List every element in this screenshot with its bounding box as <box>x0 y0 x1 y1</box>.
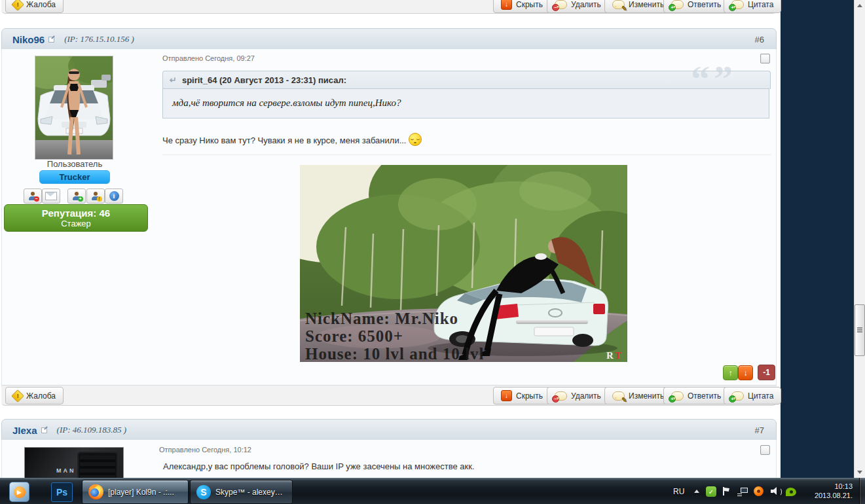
post2-timestamp: Отправлено Сегодня, 10:12 <box>159 446 251 454</box>
show-hidden-icons-button[interactable] <box>694 490 699 493</box>
post2-select-checkbox[interactable] <box>760 445 770 455</box>
quote-label: Цитата <box>748 0 773 9</box>
scrollbar-thumb[interactable] <box>855 304 865 356</box>
quote-button-top[interactable]: + Цитата <box>724 0 781 13</box>
reply-bubble-icon: + <box>671 0 684 9</box>
post1-author: Niko96 <box>12 34 45 45</box>
post1-number: #6 <box>755 35 764 45</box>
post1-message: Че сразу Нико вам тут? Чуваки я не в кур… <box>162 133 422 146</box>
post1-header: Niko96 (IP: 176.15.10.156 ) #6 <box>1 28 777 50</box>
skype-tray-icon[interactable]: ✓ <box>706 486 716 497</box>
report-button-top[interactable]: ! Жалоба <box>5 0 64 13</box>
post1-footer-strip: ! Жалоба ↓ Скрыть − Удалить ✎ Изменить +… <box>1 385 777 406</box>
add-friend-button[interactable]: + <box>67 189 86 204</box>
plus-icon: + <box>669 395 676 403</box>
skype-window-button[interactable]: S Skype™ - alexey92... <box>190 480 293 504</box>
post2-header: JIexa (IP: 46.109.183.85 ) #7 <box>1 419 777 441</box>
reputation-score-badge[interactable]: -1 <box>758 365 775 380</box>
post5-footer-strip: ! Жалоба ↓ Скрыть − Удалить ✎ Изменить +… <box>1 0 777 14</box>
post1-avatar[interactable] <box>35 56 113 160</box>
delete-bubble-icon: − <box>555 391 567 401</box>
action-center-flag-icon[interactable] <box>722 487 731 496</box>
quote-bubble-icon: + <box>731 0 744 9</box>
network-tray-icon[interactable] <box>737 488 748 496</box>
vote-down-button[interactable]: ↓ <box>738 365 753 380</box>
clock-date: 2013.08.21. <box>807 491 853 500</box>
taskbar-clock[interactable]: 10:13 2013.08.21. <box>807 482 853 500</box>
scrollbar-down-button[interactable] <box>855 467 865 478</box>
post1-signature-image: NickName: Mr.Niko Score: 6500+ House: 10… <box>300 165 627 362</box>
media-player-taskbar-icon[interactable]: ▶ <box>9 482 29 502</box>
signature-line-3: House: 10 lvl and 10 lvl <box>305 345 484 362</box>
info-icon: i <box>109 191 119 201</box>
play-icon: ▶ <box>14 486 26 498</box>
down-arrow-icon: ↓ <box>744 369 748 378</box>
external-link-icon[interactable] <box>41 427 48 433</box>
reply-button-bottom[interactable]: + Ответить <box>663 387 729 405</box>
show-desktop-button[interactable] <box>859 478 865 504</box>
edit-button-top[interactable]: ✎ Изменить <box>604 0 672 13</box>
decorative-quote-marks: “” <box>691 60 733 98</box>
post1-group-badge: Trucker <box>39 170 110 184</box>
reply-arrow-icon: ↵ <box>170 75 177 85</box>
watermark-t: T <box>615 350 621 361</box>
firefox-window-button[interactable]: [player] Kol9n - .:... <box>82 480 189 504</box>
unsure-smiley-icon <box>409 133 422 146</box>
language-indicator[interactable]: RU <box>673 487 684 496</box>
report-label: Жалоба <box>26 0 56 9</box>
reputation-rank: Стажер <box>5 219 147 228</box>
scrollbar-up-button[interactable] <box>855 0 865 11</box>
signature-line-1: NickName: Mr.Niko <box>305 310 458 327</box>
hide-button-top[interactable]: ↓ Скрыть <box>493 0 551 13</box>
mail-icon <box>45 192 57 200</box>
report-button-bottom[interactable]: ! Жалоба <box>5 387 64 405</box>
watermark-r: R <box>606 350 614 361</box>
quote-button-bottom[interactable]: + Цитата <box>724 387 781 405</box>
delete-bubble-icon: − <box>555 0 567 9</box>
scroll-up-icon <box>857 4 862 7</box>
edit-bubble-icon: ✎ <box>612 391 625 401</box>
pencil-icon: ✎ <box>621 397 627 403</box>
page-background-strip <box>781 0 854 478</box>
plus-icon: + <box>669 4 676 11</box>
delete-button-top[interactable]: − Удалить <box>547 0 609 13</box>
post1-message-text: Че сразу Нико вам тут? Чуваки я не в кур… <box>162 135 406 145</box>
quote-header: ↵ spirit_64 (20 Август 2013 - 23:31) пис… <box>162 71 771 89</box>
plus-icon: + <box>729 4 736 11</box>
quote-header-text: spirit_64 (20 Август 2013 - 23:31) писал… <box>182 75 346 85</box>
quote-bubble-icon: + <box>731 391 744 401</box>
user-minus-icon: − <box>29 192 37 200</box>
browser-scrollbar[interactable] <box>854 0 865 478</box>
edit-bubble-icon: ✎ <box>612 0 625 9</box>
report-label: Жалоба <box>26 391 56 401</box>
vote-up-button[interactable]: ↑ <box>723 365 738 380</box>
reply-button-top[interactable]: + Ответить <box>663 0 729 13</box>
windows-taskbar: ▶ Ps [player] Kol9n - .:... S Skype™ - a… <box>0 478 865 504</box>
user-info-button[interactable]: i <box>105 189 123 204</box>
hide-button-bottom[interactable]: ↓ Скрыть <box>493 387 551 405</box>
up-arrow-icon: ↑ <box>729 369 733 378</box>
post1-ip: (IP: 176.15.10.156 ) <box>64 34 134 45</box>
delete-label: Удалить <box>571 391 601 401</box>
delete-button-bottom[interactable]: − Удалить <box>547 387 609 405</box>
skype-window-title: Skype™ - alexey92... <box>215 488 284 497</box>
edit-button-bottom[interactable]: ✎ Изменить <box>604 387 672 405</box>
hide-arrow-icon: ↓ <box>501 390 512 401</box>
orange-app-tray-icon[interactable] <box>754 486 764 496</box>
user-plus-icon: + <box>73 192 81 200</box>
external-link-icon[interactable] <box>48 36 55 43</box>
volume-tray-icon[interactable] <box>771 487 781 495</box>
truck-brand-label: MAN <box>56 467 76 474</box>
clock-time: 10:13 <box>807 482 853 491</box>
scroll-down-icon <box>857 471 862 474</box>
remove-friend-button[interactable]: − <box>24 189 42 204</box>
warn-user-button[interactable]: ! <box>86 189 105 204</box>
signature-line-2: Score: 6500+ <box>305 327 403 345</box>
post1-timestamp: Отправлено Сегодня, 09:27 <box>162 54 255 62</box>
send-message-button[interactable] <box>42 189 60 204</box>
photoshop-taskbar-icon[interactable]: Ps <box>51 482 73 502</box>
nvidia-tray-icon[interactable] <box>786 488 796 496</box>
post1-select-checkbox[interactable] <box>760 54 770 63</box>
user-warn-icon: ! <box>92 192 100 200</box>
firefox-window-title: [player] Kol9n - .:... <box>108 488 174 497</box>
